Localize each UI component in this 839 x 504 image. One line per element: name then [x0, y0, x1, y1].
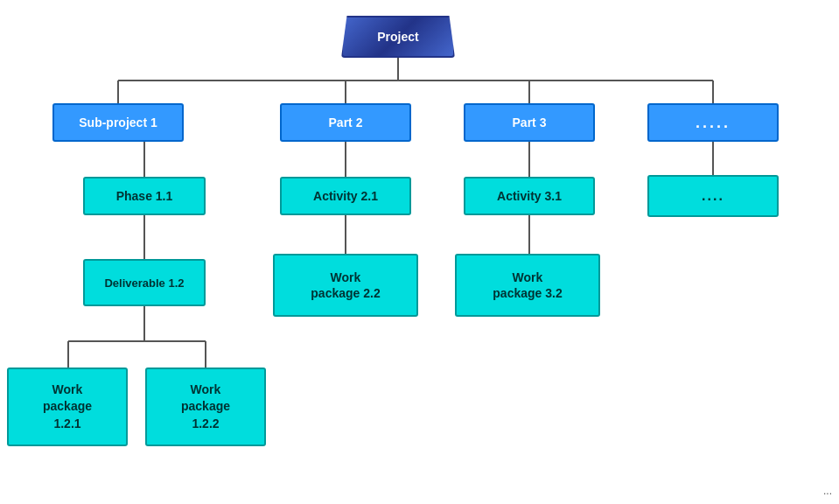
diagram-container: Project Sub-project 1 Part 2 Part 3 ....… — [0, 0, 839, 504]
subproject1-node: Sub-project 1 — [52, 103, 184, 142]
phase11-label: Phase 1.1 — [116, 189, 173, 203]
subproject1-label: Sub-project 1 — [79, 116, 157, 130]
wp22-label: Work package 2.2 — [311, 270, 380, 301]
wp32-node: Work package 3.2 — [455, 254, 600, 317]
phase11-node: Phase 1.1 — [83, 177, 206, 215]
wp122-label: Work package 1.2.2 — [181, 382, 230, 433]
activity31-label: Activity 3.1 — [497, 189, 562, 203]
dots-mid-node: .... — [647, 175, 779, 217]
dots-top-node: ..... — [647, 103, 779, 142]
activity21-node: Activity 2.1 — [280, 177, 411, 215]
project-node: Project — [341, 16, 455, 58]
project-label: Project — [377, 30, 418, 44]
activity21-label: Activity 2.1 — [313, 189, 378, 203]
wp121-label: Work package 1.2.1 — [43, 382, 92, 433]
part2-label: Part 2 — [329, 116, 363, 130]
part3-node: Part 3 — [464, 103, 595, 142]
activity31-node: Activity 3.1 — [464, 177, 595, 215]
deliverable12-node: Deliverable 1.2 — [83, 259, 206, 306]
part3-label: Part 3 — [513, 116, 547, 130]
wp22-node: Work package 2.2 — [273, 254, 418, 317]
wp122-node: Work package 1.2.2 — [145, 368, 266, 446]
wp32-label: Work package 3.2 — [493, 270, 562, 301]
dots-top-label: ..... — [696, 114, 731, 132]
wp121-node: Work package 1.2.1 — [7, 368, 128, 446]
dots-mid-label: .... — [702, 188, 724, 204]
part2-node: Part 2 — [280, 103, 411, 142]
deliverable12-label: Deliverable 1.2 — [104, 276, 184, 290]
bottom-ellipsis: ... — [823, 485, 832, 497]
